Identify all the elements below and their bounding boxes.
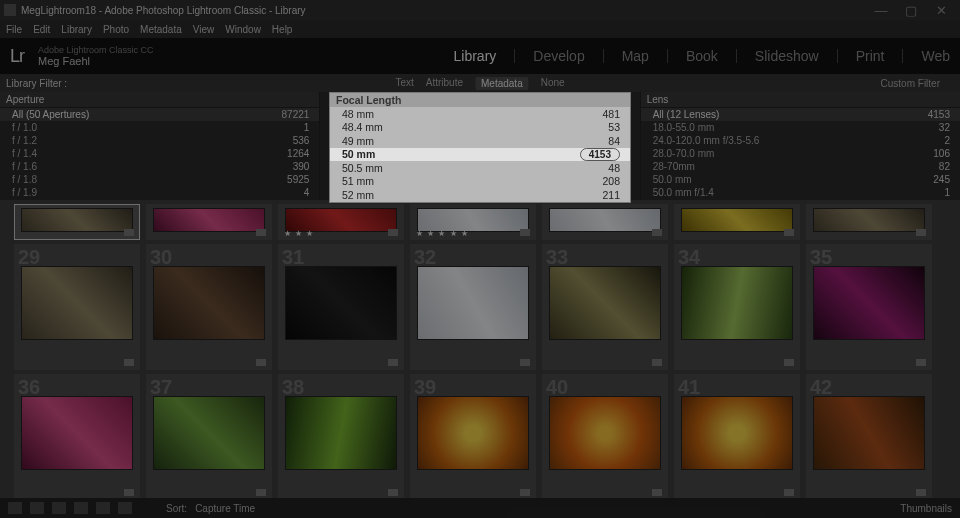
- painter-icon[interactable]: [118, 502, 132, 514]
- menu-file[interactable]: File: [6, 24, 22, 35]
- filter-tab-attribute[interactable]: Attribute: [426, 77, 463, 90]
- window-minimize[interactable]: —: [866, 3, 896, 18]
- thumbnail-cell[interactable]: 34: [674, 244, 800, 370]
- col-aperture-header[interactable]: Aperture: [0, 92, 319, 108]
- thumbnail-cell[interactable]: 36: [14, 374, 140, 500]
- menu-edit[interactable]: Edit: [33, 24, 50, 35]
- menu-photo[interactable]: Photo: [103, 24, 129, 35]
- thumbnail-cell[interactable]: 40: [542, 374, 668, 500]
- lens-row[interactable]: 28-70mm82: [641, 160, 960, 173]
- aperture-row[interactable]: f / 1.2536: [0, 134, 319, 147]
- view-compare-icon[interactable]: [52, 502, 66, 514]
- thumbnail-cell[interactable]: ★ ★ ★ ★ ★: [410, 204, 536, 240]
- col-lens-header[interactable]: Lens: [641, 92, 960, 108]
- lens-row[interactable]: 50.0 mm245: [641, 173, 960, 186]
- view-loupe-icon[interactable]: [30, 502, 44, 514]
- menu-window[interactable]: Window: [225, 24, 261, 35]
- sort-value[interactable]: Capture Time: [195, 503, 255, 514]
- aperture-row[interactable]: f / 1.01: [0, 121, 319, 134]
- cell-index: 37: [150, 376, 172, 399]
- menu-library[interactable]: Library: [61, 24, 92, 35]
- lens-row[interactable]: All (12 Lenses)4153: [641, 108, 960, 121]
- cell-index: 39: [414, 376, 436, 399]
- view-grid-icon[interactable]: [8, 502, 22, 514]
- thumbnail-cell[interactable]: 32: [410, 244, 536, 370]
- module-develop[interactable]: Develop: [533, 48, 584, 64]
- focal-row[interactable]: 48.4 mm53: [330, 121, 630, 135]
- thumbnail-cell[interactable]: 38: [278, 374, 404, 500]
- module-print[interactable]: Print: [856, 48, 885, 64]
- thumbnail-cell[interactable]: 31: [278, 244, 404, 370]
- module-map[interactable]: Map: [622, 48, 649, 64]
- app-icon: [4, 4, 16, 16]
- thumbnail-image: [153, 266, 265, 340]
- thumbnail-cell[interactable]: 42: [806, 374, 932, 500]
- thumbnail-cell[interactable]: [542, 204, 668, 240]
- module-book[interactable]: Book: [686, 48, 718, 64]
- filter-tab-none[interactable]: None: [541, 77, 565, 90]
- custom-filter[interactable]: Custom Filter: [881, 78, 954, 89]
- aperture-row[interactable]: f / 1.94: [0, 186, 319, 199]
- focal-length-header[interactable]: Focal Length: [330, 93, 630, 107]
- lens-row[interactable]: 28.0-70.0 mm106: [641, 147, 960, 160]
- thumbnail-image: [21, 266, 133, 340]
- thumbnail-image: [813, 396, 925, 470]
- aperture-row[interactable]: f / 1.41264: [0, 147, 319, 160]
- filter-tab-text[interactable]: Text: [395, 77, 413, 90]
- thumbnail-cell[interactable]: 29: [14, 244, 140, 370]
- menu-help[interactable]: Help: [272, 24, 293, 35]
- filter-tab-metadata[interactable]: Metadata: [475, 77, 529, 90]
- focal-row[interactable]: 50 mm4153: [330, 148, 630, 162]
- focal-row[interactable]: 51 mm208: [330, 175, 630, 189]
- sort-label: Sort:: [166, 503, 187, 514]
- cell-index: 35: [810, 246, 832, 269]
- focal-row[interactable]: 49 mm84: [330, 134, 630, 148]
- thumbnail-cell[interactable]: 30: [146, 244, 272, 370]
- thumbnail-image: [549, 208, 661, 232]
- module-web[interactable]: Web: [921, 48, 950, 64]
- thumbnail-grid: ★ ★ ★★ ★ ★ ★ ★ 29303132333435 3637383940…: [0, 200, 960, 504]
- thumbnail-image: [681, 266, 793, 340]
- thumbnail-cell[interactable]: 41: [674, 374, 800, 500]
- menu-metadata[interactable]: Metadata: [140, 24, 182, 35]
- menubar: File Edit Library Photo Metadata View Wi…: [0, 20, 960, 38]
- aperture-row[interactable]: f / 1.6390: [0, 160, 319, 173]
- thumbnail-cell[interactable]: 39: [410, 374, 536, 500]
- window-close[interactable]: ✕: [926, 3, 956, 18]
- thumbnail-cell[interactable]: 37: [146, 374, 272, 500]
- focal-row[interactable]: 52 mm211: [330, 188, 630, 202]
- thumbnail-size-label[interactable]: Thumbnails: [900, 503, 952, 514]
- cell-index: 34: [678, 246, 700, 269]
- sync-badge-icon: [388, 229, 398, 236]
- aperture-row[interactable]: All (50 Apertures)87221: [0, 108, 319, 121]
- view-people-icon[interactable]: [96, 502, 110, 514]
- thumbnail-cell[interactable]: [674, 204, 800, 240]
- thumbnail-cell[interactable]: [146, 204, 272, 240]
- window-maximize[interactable]: ▢: [896, 3, 926, 18]
- sync-badge-icon: [256, 489, 266, 496]
- thumbnail-cell[interactable]: 33: [542, 244, 668, 370]
- module-library[interactable]: Library: [454, 48, 497, 64]
- lens-row[interactable]: 18.0-55.0 mm32: [641, 121, 960, 134]
- focal-row[interactable]: 48 mm481: [330, 107, 630, 121]
- module-slideshow[interactable]: Slideshow: [755, 48, 819, 64]
- thumbnail-cell[interactable]: [806, 204, 932, 240]
- lens-row[interactable]: 50.0 mm f/1.41: [641, 186, 960, 199]
- rating-stars[interactable]: ★ ★ ★ ★ ★: [416, 229, 469, 238]
- thumbnail-cell[interactable]: 35: [806, 244, 932, 370]
- view-survey-icon[interactable]: [74, 502, 88, 514]
- sync-badge-icon: [256, 229, 266, 236]
- lens-row[interactable]: 24.0-120.0 mm f/3.5-5.62: [641, 134, 960, 147]
- thumbnail-cell[interactable]: [14, 204, 140, 240]
- focal-row[interactable]: 50.5 mm48: [330, 161, 630, 175]
- sync-badge-icon: [520, 359, 530, 366]
- sync-badge-icon: [784, 359, 794, 366]
- thumbnail-image: [549, 266, 661, 340]
- thumbnail-cell[interactable]: ★ ★ ★: [278, 204, 404, 240]
- rating-stars[interactable]: ★ ★ ★: [284, 229, 314, 238]
- aperture-row[interactable]: f / 1.85925: [0, 173, 319, 186]
- menu-view[interactable]: View: [193, 24, 215, 35]
- thumbnail-image: [813, 266, 925, 340]
- thumbnail-image: [417, 396, 529, 470]
- thumbnail-image: [21, 208, 133, 232]
